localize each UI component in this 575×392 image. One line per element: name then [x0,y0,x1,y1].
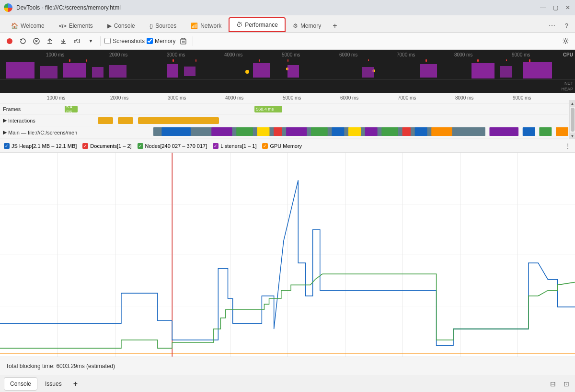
download-button[interactable] [58,35,69,47]
main-label[interactable]: ▶ Main — file:///C:/screens/memory.html [0,129,77,135]
help-button[interactable]: ? [562,21,571,30]
svg-rect-39 [472,63,494,78]
interactions-text: Interactions [8,118,35,123]
svg-rect-18 [259,59,260,62]
legend-documents[interactable]: ✓ Documents[1 – 2] [82,143,131,149]
profile-number: #3 [74,38,80,45]
undock-button[interactable]: ⊟ [548,378,558,390]
legend-more-btn[interactable]: ⋮ [564,142,571,150]
close-button[interactable]: ✕ [564,4,571,11]
tick-1000: 1000 ms [46,52,64,57]
interactions-content[interactable] [62,115,568,126]
interaction-bar-2 [118,117,133,124]
memory-checkbox[interactable] [147,38,153,44]
tick-5000: 5000 ms [282,52,300,57]
more-tools-button[interactable]: ⋯ [546,21,558,30]
net-heap-label: NETHEAP2.1 MB – 12.1 MB [539,81,573,93]
tab-network[interactable]: 📶 Network [184,19,229,32]
frames-text: Frames [3,106,21,112]
svg-rect-17 [196,59,196,62]
console-icon: ▶ [107,22,112,29]
svg-rect-33 [167,64,178,78]
memory-checkbox-label[interactable]: Memory [147,38,175,45]
nodes-checkbox[interactable]: ✓ [138,143,143,149]
frames-content[interactable]: 5.4 ms 568.4 ms [62,103,568,114]
legend-js-heap[interactable]: ✓ JS Heap[2.1 MB – 12.1 MB] [4,143,77,149]
interaction-bar-3 [138,117,219,124]
main-expand-icon: ▶ [3,129,7,135]
net-heap-svg [0,80,575,93]
svg-rect-36 [288,65,299,78]
screenshots-checkbox[interactable] [104,38,111,44]
svg-rect-60 [539,127,552,136]
ruler-3000: 3000 ms [168,95,186,101]
frames-label: Frames [0,106,62,112]
bottom-tab-issues[interactable]: Issues [39,378,68,390]
tab-welcome[interactable]: 🏠 Welcome [4,19,52,32]
bottom-tab-console[interactable]: Console [4,377,37,391]
network-icon: 📶 [191,22,198,29]
listeners-checkbox[interactable]: ✓ [213,143,218,149]
maximize-button[interactable]: ▢ [552,4,559,11]
gpu-memory-label: GPU Memory [270,143,302,149]
svg-rect-15 [86,59,87,62]
upload-button[interactable] [44,35,56,47]
ruler-6000: 6000 ms [340,95,358,101]
documents-label: Documents[1 – 2] [90,143,131,149]
main-content[interactable] [153,126,568,138]
cpu-chart[interactable] [0,59,575,79]
interactions-row: ▶ Interactions [0,115,568,126]
js-heap-checkbox[interactable]: ✓ [4,143,10,149]
svg-rect-37 [362,67,374,78]
documents-checkbox[interactable]: ✓ [82,143,88,149]
main-row: ▶ Main — file:///C:/screens/memory.html [0,126,568,139]
svg-rect-43 [161,127,191,136]
tab-elements[interactable]: </> Elements [52,19,100,32]
svg-rect-53 [381,127,398,136]
bottom-tab-add[interactable]: + [69,378,81,390]
svg-rect-47 [274,127,282,136]
scroll-thumb[interactable] [571,108,575,132]
svg-rect-34 [184,67,196,76]
flamechart-scrollbar[interactable]: ▲ ▼ [569,100,575,139]
bottom-tab-bar: Console Issues + ⊟ ⊡ [0,375,575,392]
interactions-label[interactable]: ▶ Interactions [0,117,62,123]
settings-button[interactable] [560,35,571,47]
legend-listeners[interactable]: ✓ Listeners[1 – 1] [213,143,256,149]
title-bar: DevTools - file:///C:/screens/memory.htm… [0,0,575,15]
svg-rect-45 [236,127,253,136]
tab-sources[interactable]: {} Sources [142,19,184,32]
profile-dropdown[interactable]: ▼ [85,35,96,47]
reload-button[interactable] [17,35,29,47]
tab-memory[interactable]: ⚙ Memory [286,19,328,32]
scroll-up-btn[interactable]: ▲ [570,100,575,107]
tab-add[interactable]: + [328,19,341,32]
memory-legend: ✓ JS Heap[2.1 MB – 12.1 MB] ✓ Documents[… [0,139,575,153]
record-button[interactable] [4,35,15,47]
delete-button[interactable] [177,35,189,47]
net-heap-chart[interactable]: NETHEAP2.1 MB – 12.1 MB [0,79,575,93]
stop-button[interactable] [31,35,42,47]
main-svg [153,127,568,138]
svg-rect-27 [63,63,86,78]
frames-row: Frames 5.4 ms 568.4 ms [0,103,568,115]
svg-rect-46 [257,127,270,136]
tab-performance[interactable]: ⏱ Performance [229,17,286,32]
svg-rect-61 [556,127,568,136]
screenshots-checkbox-label[interactable]: Screenshots [104,38,145,45]
main-text: Main — file:///C:/screens/memory.html [8,130,77,135]
legend-gpu-memory[interactable]: ✓ GPU Memory [262,143,302,149]
bottom-tab-right: ⊟ ⊡ [548,378,571,390]
toolbar-divider-1 [100,36,101,46]
tick-8000: 8000 ms [454,52,472,57]
status-bar: Total blocking time: 6003.29ms (estimate… [0,357,575,375]
tab-console[interactable]: ▶ Console [100,19,142,32]
legend-nodes[interactable]: ✓ Nodes[240 027 – 370 017] [138,143,207,149]
console-settings-button[interactable]: ⊡ [562,378,571,390]
minimize-button[interactable]: — [540,4,546,11]
svg-rect-54 [402,127,411,136]
scroll-down-btn[interactable]: ▼ [570,133,575,139]
gpu-memory-checkbox[interactable]: ✓ [262,143,268,149]
memory-chart[interactable] [0,153,575,357]
svg-rect-21 [426,59,427,62]
